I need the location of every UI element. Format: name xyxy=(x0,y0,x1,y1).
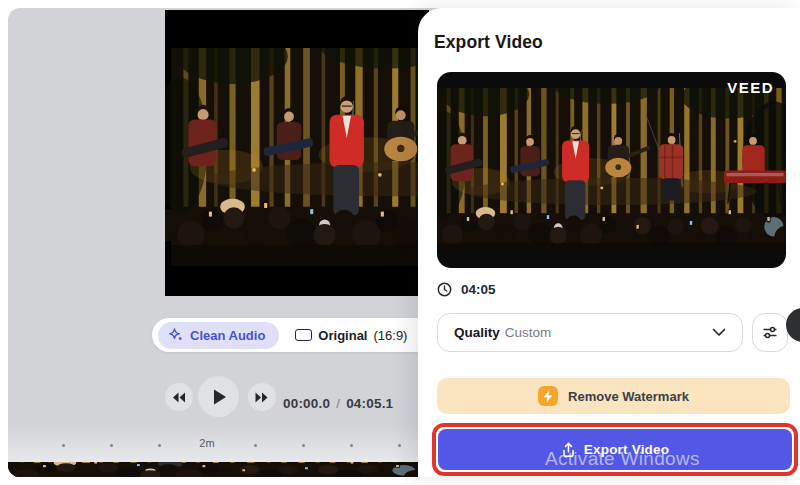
aspect-ratio-value: (16:9) xyxy=(373,328,407,343)
rewind-button[interactable] xyxy=(165,383,193,411)
timeline-tick xyxy=(398,444,401,447)
preview-toolbar: Clean Audio Original (16:9) xyxy=(152,318,432,352)
clean-audio-label: Clean Audio xyxy=(190,328,265,343)
quality-label: Quality xyxy=(454,325,500,340)
total-time: 04:05.1 xyxy=(346,396,393,411)
export-panel: Export Video VEED 04:05 Quality Custom xyxy=(418,8,800,477)
sparkle-icon xyxy=(168,328,183,342)
clean-audio-button[interactable]: Clean Audio xyxy=(158,322,279,349)
rewind-icon xyxy=(172,392,186,403)
remove-watermark-label: Remove Watermark xyxy=(568,389,689,404)
sliders-icon xyxy=(762,325,778,340)
timeline-tick xyxy=(302,444,305,447)
timeline-marker: 2m xyxy=(193,437,220,449)
timeline-tick xyxy=(254,444,257,447)
export-button-label: Export Video xyxy=(584,442,669,457)
aspect-ratio-button[interactable]: Original (16:9) xyxy=(289,328,413,343)
chevron-down-icon xyxy=(712,328,726,337)
duration-value: 04:05 xyxy=(461,282,496,297)
timeline-tick xyxy=(62,444,65,447)
play-icon xyxy=(211,388,227,406)
timeline-tick xyxy=(110,444,113,447)
timeline-ruler[interactable]: 2m xyxy=(8,424,420,462)
thumbnail-frame xyxy=(437,88,786,252)
video-frame xyxy=(165,48,429,266)
fast-forward-button[interactable] xyxy=(248,383,276,411)
veed-watermark: VEED xyxy=(727,79,774,96)
clock-icon xyxy=(437,282,452,297)
export-highlight-border: Export Video xyxy=(432,423,798,476)
panel-title: Export Video xyxy=(434,32,543,53)
floating-button[interactable] xyxy=(786,308,800,342)
advanced-settings-button[interactable] xyxy=(752,313,788,352)
play-button[interactable] xyxy=(198,376,239,417)
quality-dropdown[interactable]: Quality Custom xyxy=(437,313,743,352)
lightning-icon xyxy=(538,386,558,406)
time-separator: / xyxy=(336,396,340,411)
forward-icon xyxy=(255,392,269,403)
export-video-button[interactable]: Export Video xyxy=(438,429,792,470)
quality-value: Custom xyxy=(505,325,552,340)
aspect-ratio-icon xyxy=(295,329,312,341)
timeline-tick xyxy=(350,444,353,447)
filmstrip-frames xyxy=(8,462,418,477)
timeline-filmstrip[interactable] xyxy=(8,462,418,477)
export-thumbnail: VEED xyxy=(437,72,786,268)
remove-watermark-button[interactable]: Remove Watermark xyxy=(437,378,790,414)
video-preview[interactable] xyxy=(165,10,429,296)
aspect-label: Original xyxy=(318,328,367,343)
timeline-tick xyxy=(158,444,161,447)
upload-icon xyxy=(561,442,576,458)
current-time: 00:00.0 xyxy=(283,396,330,411)
time-display: 00:00.0 / 04:05.1 xyxy=(283,389,393,418)
duration-row: 04:05 xyxy=(437,282,496,297)
